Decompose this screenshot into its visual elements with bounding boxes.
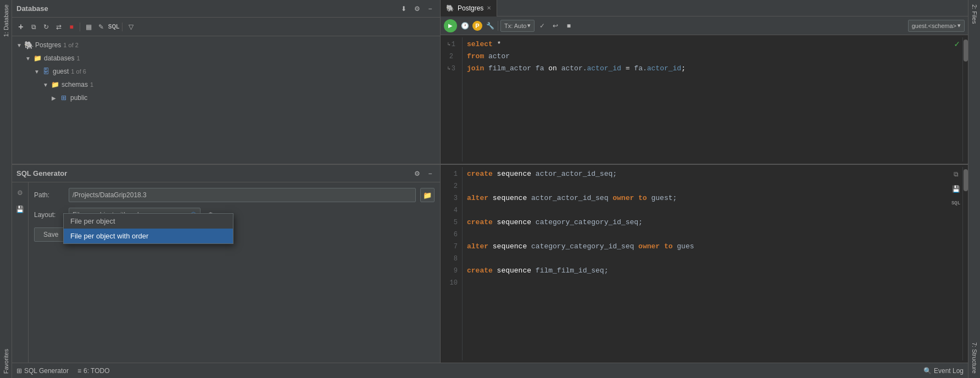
code-line-2: from actor (467, 51, 947, 63)
guest-icon: 🗄 (42, 67, 51, 76)
wrench-icon[interactable]: 🔧 (485, 20, 495, 31)
sidebar-tab-favorites[interactable]: Favorites (1, 344, 11, 378)
add-icon[interactable]: + (15, 21, 26, 32)
tree-item-guest[interactable]: ▼ 🗄 guest 1 of 6 (12, 65, 440, 78)
run-button[interactable]: ▶ (444, 19, 457, 32)
tx-selector[interactable]: Tx: Auto ▾ (500, 20, 534, 32)
tree-label-schemas: schemas (62, 81, 88, 88)
db-close-icon[interactable]: − (425, 3, 436, 14)
sidebar-tab-database[interactable]: 1: Database (1, 0, 11, 41)
preview-right-icons: ⧉ 💾 SQL (949, 167, 962, 360)
sidebar-files-label: 2: Files (971, 4, 978, 24)
database-panel: Database ⬇ ⚙ − + ⧉ ↻ ⇄ ■ ▦ ✎ SQL ▽ (12, 0, 441, 164)
editor-panel: 🐘 Postgres ✕ ▶ 🕐 P 🔧 Tx: Auto ▾ ✓ ↩ ■ (441, 0, 968, 164)
save-left-icon[interactable]: 💾 (14, 203, 26, 215)
status-bar: ⊞ SQL Generator ≡ 6: TODO 🔍 Event Log (12, 363, 968, 378)
edit-icon[interactable]: ✎ (96, 21, 107, 32)
left-sidebar: 1: Database Favorites (0, 0, 12, 378)
check-icon[interactable]: ✓ (537, 20, 548, 31)
left-icons-column: ⚙ 💾 (12, 182, 29, 363)
db-panel-header: Database ⬇ ⚙ − (12, 0, 440, 18)
preview-scrollbar-thumb[interactable] (964, 169, 968, 191)
preview-line-9: create sequence film_film_id_seq; (467, 265, 945, 277)
status-todo[interactable]: ≡ 6: TODO (77, 367, 110, 375)
sql-icon[interactable]: SQL (108, 21, 119, 32)
tree-arrow-schemas: ▼ (43, 82, 49, 88)
tree-label-postgres: Postgres (35, 41, 61, 49)
schema-arrow-icon: ▾ (957, 22, 961, 29)
right-sidebar: 2: Files 7: Structure (968, 0, 980, 378)
schema-label: guest.<schema> (912, 23, 956, 29)
tree-item-databases[interactable]: ▼ 📁 databases 1 (12, 52, 440, 65)
status-event-log[interactable]: 🔍 Event Log (923, 367, 964, 375)
tree-arrow-guest: ▼ (34, 69, 41, 75)
sql-preview-icon[interactable]: SQL (950, 198, 961, 209)
scrollbar-thumb[interactable] (964, 40, 968, 62)
db-minimize-icon[interactable]: ⬇ (398, 3, 409, 14)
tree-item-postgres[interactable]: ▼ 🐘 Postgres 1 of 2 (12, 38, 440, 52)
sidebar-tab-structure[interactable]: 7: Structure (970, 338, 979, 378)
tree-label-databases: databases (44, 54, 74, 62)
pg-tab-label: Postgres (458, 4, 483, 12)
tree-label-public: public (70, 94, 87, 102)
preview-content: 1 2 3 4 5 6 7 8 9 10 create sequence act… (441, 165, 968, 363)
schema-selector[interactable]: guest.<schema> ▾ (908, 20, 965, 32)
event-log-icon: 🔍 (923, 367, 932, 375)
copy-icon[interactable]: ⧉ (28, 21, 39, 32)
path-label: Path: (34, 191, 64, 199)
tx-label: Tx: Auto (504, 23, 526, 29)
preview-line-2 (467, 180, 945, 192)
tree-arrow-databases: ▼ (25, 55, 32, 62)
undo-icon[interactable]: ↩ (550, 20, 561, 31)
tree-label-guest: guest (53, 68, 69, 75)
sidebar-structure-label: 7: Structure (971, 342, 978, 374)
dropdown-item-file-per-object-with-order[interactable]: File per object with order (64, 229, 233, 243)
code-line-1: select * (467, 38, 947, 51)
sql-gen-settings-icon[interactable]: ⚙ (411, 168, 422, 179)
refresh-icon[interactable]: ↻ (41, 21, 52, 32)
line-numbers: ↳1 2 ↳3 (441, 37, 463, 162)
editor-tab-postgres[interactable]: 🐘 Postgres ✕ (441, 0, 497, 16)
browse-button[interactable]: 📁 (420, 188, 435, 202)
dropdown-item-file-per-object[interactable]: File per object (64, 214, 233, 229)
tx-arrow-icon: ▾ (527, 22, 531, 29)
path-input[interactable] (69, 188, 416, 202)
tree-count-schemas: 1 (90, 81, 93, 88)
editor-toolbar: ▶ 🕐 P 🔧 Tx: Auto ▾ ✓ ↩ ■ guest.<schema> … (441, 16, 968, 35)
copy-preview-icon[interactable]: ⧉ (950, 169, 961, 180)
tree-count-databases: 1 (76, 55, 80, 62)
sql-gen-form: Path: 📁 Layout: File per object with ord… (29, 182, 440, 363)
layout-dropdown: File per object File per object with ord… (63, 213, 233, 244)
preview-line-6 (467, 229, 945, 241)
tree-item-schemas[interactable]: ▼ 📁 schemas 1 (12, 78, 440, 91)
event-log-label: Event Log (934, 367, 964, 375)
preview-scrollbar[interactable] (962, 167, 968, 360)
path-row: Path: 📁 (34, 188, 435, 202)
stop-icon[interactable]: ■ (66, 21, 77, 32)
preview-line-5: create sequence category_category_id_seq… (467, 216, 945, 229)
db-settings-icon[interactable]: ⚙ (411, 3, 422, 14)
editor-scrollbar[interactable] (962, 37, 968, 162)
gear-left-icon[interactable]: ⚙ (14, 187, 26, 199)
compare-icon[interactable]: ⇄ (53, 21, 64, 32)
tree-count-postgres: 1 of 2 (63, 42, 79, 48)
code-area: select * from actor join film_actor fa o… (463, 37, 951, 162)
todo-label: 6: TODO (83, 367, 110, 375)
todo-icon: ≡ (77, 367, 81, 375)
editor-content: ↳1 2 ↳3 select * from actor (441, 35, 968, 164)
pg-tab-close[interactable]: ✕ (487, 5, 491, 11)
folder-schemas-icon: 📁 (51, 80, 59, 89)
db-panel-toolbar: ⬇ ⚙ − (398, 3, 436, 14)
postgres-icon: 🐘 (24, 41, 33, 49)
tree-item-public[interactable]: ▶ ⊞ public (12, 91, 440, 104)
toolbar-sep-2 (122, 23, 122, 31)
stop-editor-icon[interactable]: ■ (563, 20, 574, 31)
sidebar-tab-files[interactable]: 2: Files (970, 0, 979, 28)
status-sql-generator[interactable]: ⊞ SQL Generator (16, 367, 69, 375)
save-preview-icon[interactable]: 💾 (950, 184, 961, 194)
sql-gen-close-icon[interactable]: − (425, 168, 436, 179)
grid-icon[interactable]: ▦ (83, 21, 94, 32)
history-icon[interactable]: 🕐 (459, 20, 470, 31)
db-tree: ▼ 🐘 Postgres 1 of 2 ▼ 📁 databases 1 ▼ 🗄 … (12, 36, 440, 164)
filter-icon[interactable]: ▽ (125, 21, 136, 32)
